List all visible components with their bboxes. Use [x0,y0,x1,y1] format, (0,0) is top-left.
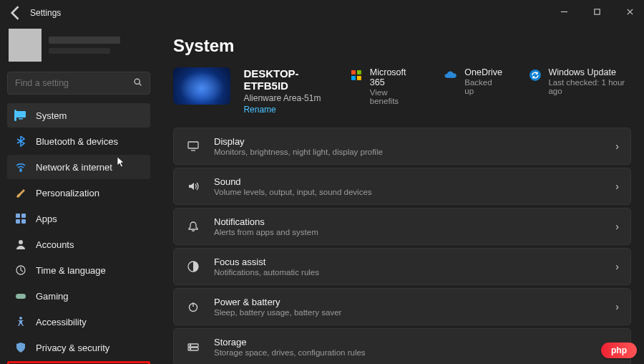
microsoft365-icon [350,68,363,82]
close-button[interactable] [620,4,640,19]
focus-icon [185,259,201,274]
rename-link[interactable]: Rename [243,105,337,115]
sound-icon [185,178,201,194]
account-header[interactable] [7,26,150,72]
svg-rect-8 [21,214,26,218]
sidebar-item-bluetooth-devices[interactable]: Bluetooth & devices [7,129,150,153]
sidebar-item-apps[interactable]: Apps [7,206,150,231]
svg-rect-7 [16,214,20,218]
main-content: System DESKTOP-ETFB5ID Alienware Area-51… [155,26,644,364]
settings-row-display[interactable]: Display Monitors, brightness, night ligh… [173,128,631,165]
svg-rect-10 [21,219,26,224]
sidebar-item-label: Accessibility [36,317,87,327]
wifi-icon [14,161,27,173]
settings-row-notifications[interactable]: Notifications Alerts from apps and syste… [173,208,631,245]
svg-rect-9 [16,219,20,224]
sidebar-item-network-internet[interactable]: Network & internet [7,155,150,179]
storage-icon [185,339,201,355]
svg-rect-15 [351,70,356,75]
status-windows-update[interactable]: Windows Update Last checked: 1 hour ago [529,67,632,105]
monitor-icon [14,109,27,122]
sidebar-item-label: System [36,110,67,121]
back-button[interactable] [6,3,26,23]
row-title: Notifications [214,216,318,227]
sidebar-item-gaming[interactable]: Gaming [7,284,150,308]
sidebar-item-privacy-security[interactable]: Privacy & security [7,335,150,360]
chevron-right-icon: › [615,301,619,312]
watermark-badge: php [601,343,637,358]
highlight-annotation: Windows Update [7,361,150,364]
bluetooth-icon [14,135,27,148]
status-subtitle: Backed up [464,78,502,95]
clock-globe-icon [14,264,27,277]
row-title: Sound [214,176,372,187]
svg-point-26 [190,345,190,345]
chevron-right-icon: › [615,261,619,272]
account-email-placeholder [49,48,110,54]
svg-point-19 [529,70,540,81]
status-subtitle: Last checked: 1 hour ago [548,78,631,95]
svg-point-14 [19,317,22,320]
sidebar-item-accounts[interactable]: Accounts [7,232,150,257]
svg-rect-5 [19,118,23,120]
device-name: DESKTOP-ETFB5ID [243,67,337,92]
sidebar-item-label: Privacy & security [36,343,109,353]
maximize-button[interactable] [587,4,607,19]
row-subtitle: Sleep, battery usage, battery saver [214,308,341,317]
device-wallpaper-thumb [173,67,230,105]
sidebar: SystemBluetooth & devicesNetwork & inter… [0,26,155,364]
svg-point-27 [190,348,190,349]
status-subtitle: View benefits [370,88,418,105]
svg-rect-1 [594,9,599,14]
sidebar-item-label: Personalization [36,188,99,198]
minimize-button[interactable] [554,4,574,19]
svg-rect-20 [188,142,198,148]
status-title: OneDrive [464,67,502,77]
page-title: System [173,36,631,56]
notifications-icon [185,219,201,234]
row-subtitle: Volume levels, output, input, sound devi… [214,188,372,196]
apps-icon [14,212,27,225]
svg-point-6 [20,170,21,171]
chevron-right-icon: › [615,140,619,152]
settings-row-power-battery[interactable]: Power & battery Sleep, battery usage, ba… [173,288,631,325]
search-input[interactable] [15,78,133,88]
sidebar-item-system[interactable]: System [7,103,150,128]
search-box[interactable] [7,72,150,95]
sidebar-item-label: Network & internet [36,162,112,173]
svg-point-11 [19,240,23,244]
status-microsoft-[interactable]: Microsoft 365 View benefits [350,67,418,105]
sidebar-item-personalization[interactable]: Personalization [7,181,150,205]
sidebar-item-accessibility[interactable]: Accessibility [7,310,150,334]
search-icon [133,77,142,89]
row-title: Power & battery [214,297,341,307]
device-hero: DESKTOP-ETFB5ID Alienware Area-51m Renam… [173,67,631,115]
windowsupdate-icon [529,68,542,82]
sidebar-item-label: Bluetooth & devices [36,136,118,147]
row-title: Display [214,136,383,147]
gamepad-icon [14,289,27,302]
display-icon [185,138,201,154]
row-subtitle: Alerts from apps and system [214,228,318,236]
svg-rect-16 [357,70,361,75]
svg-rect-13 [16,294,26,299]
avatar [9,29,42,62]
row-title: Focus assist [214,257,319,267]
svg-rect-17 [351,76,356,80]
settings-row-sound[interactable]: Sound Volume levels, output, input, soun… [173,168,631,205]
svg-line-3 [140,84,142,86]
sidebar-item-time-language[interactable]: Time & language [7,258,150,282]
sidebar-item-label: Time & language [36,265,106,276]
svg-rect-4 [16,111,26,118]
settings-row-focus-assist[interactable]: Focus assist Notifications, automatic ru… [173,248,631,285]
titlebar: Settings [0,0,644,26]
onedrive-icon [444,68,458,82]
row-subtitle: Monitors, brightness, night light, displ… [214,148,383,156]
account-name-placeholder [49,37,120,44]
settings-row-storage[interactable]: Storage Storage space, drives, configura… [173,328,631,364]
device-model: Alienware Area-51m [243,93,337,103]
person-icon [14,238,27,251]
svg-point-2 [135,79,140,84]
row-subtitle: Notifications, automatic rules [214,268,319,277]
status-onedrive[interactable]: OneDrive Backed up [444,67,503,105]
